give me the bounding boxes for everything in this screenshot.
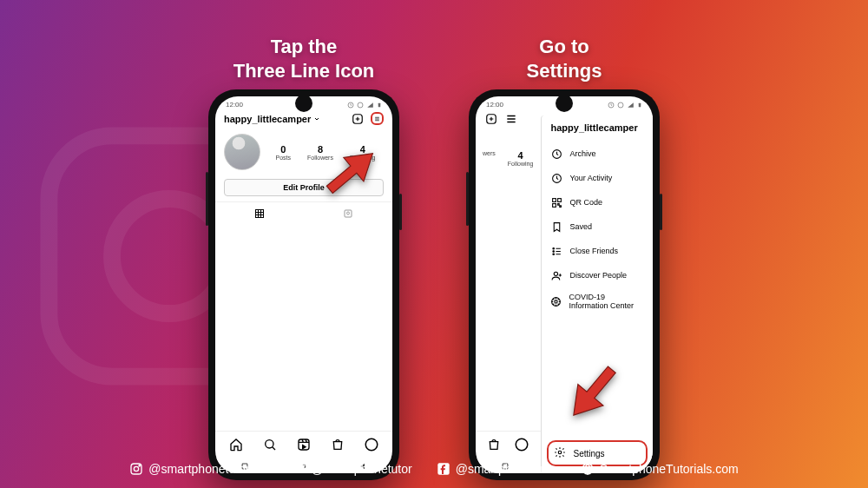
caption-left: Tap theThree Line Icon <box>233 35 375 82</box>
home-tab[interactable] <box>228 437 244 452</box>
menu-saved[interactable]: Saved <box>542 214 653 239</box>
phone-mockup-left: 12:00 happy_littlecamper <box>208 89 399 480</box>
list-icon <box>550 245 562 257</box>
username-dropdown[interactable]: happy_littlecamper <box>224 114 320 124</box>
profile-tab[interactable] <box>514 437 529 452</box>
create-post-button[interactable] <box>351 112 364 125</box>
status-icons <box>608 102 642 109</box>
svg-point-35 <box>135 466 139 471</box>
menu-qr-code[interactable]: QR Code <box>542 190 653 214</box>
svg-rect-5 <box>378 102 381 107</box>
qr-icon <box>550 196 562 208</box>
activity-icon <box>550 172 562 184</box>
tutorial-arrow-left <box>306 135 389 214</box>
phone-mockup-right: 12:00 wers 4Following <box>469 89 660 480</box>
menu-archive[interactable]: Archive <box>542 142 653 166</box>
twitter-icon <box>293 462 306 476</box>
footer-twitter[interactable]: @smartphonetutor <box>293 462 412 476</box>
archive-icon <box>550 148 562 160</box>
footer-facebook[interactable]: @smartphonetutor <box>437 462 556 476</box>
menu-discover-people[interactable]: Discover People <box>542 263 653 287</box>
status-icons <box>347 102 382 109</box>
svg-point-19 <box>516 439 528 451</box>
menu-close-friends[interactable]: Close Friends <box>542 239 653 263</box>
gear-icon <box>554 446 566 460</box>
grid-tab[interactable] <box>215 202 304 227</box>
svg-point-10 <box>265 440 273 448</box>
status-time: 12:00 <box>486 101 503 109</box>
info-icon <box>550 296 562 308</box>
chevron-down-icon <box>313 115 320 122</box>
menu-covid-info[interactable]: COVID-19 Information Center <box>542 287 653 317</box>
instagram-icon <box>129 462 143 476</box>
search-tab[interactable] <box>262 437 278 452</box>
svg-point-27 <box>553 247 555 249</box>
svg-rect-24 <box>553 198 556 201</box>
svg-point-28 <box>553 250 555 252</box>
svg-point-33 <box>559 451 562 454</box>
status-time: 12:00 <box>226 101 243 109</box>
svg-point-16 <box>618 102 623 108</box>
footer-instagram[interactable]: @smartphonetutorials <box>129 462 267 476</box>
svg-point-36 <box>139 465 140 466</box>
svg-rect-26 <box>553 203 556 207</box>
hamburger-menu-button[interactable] <box>371 112 384 125</box>
caption-right: Go toSettings <box>527 35 602 82</box>
drawer-username: happy_littlecamper <box>542 115 653 142</box>
svg-point-30 <box>554 272 557 275</box>
shop-tab[interactable] <box>486 437 502 452</box>
stat-followers-partial: wers <box>483 150 496 167</box>
footer-website[interactable]: SmartphoneTutorials.com <box>581 462 739 476</box>
globe-icon <box>581 462 595 476</box>
footer-socials: @smartphonetutorials @smartphonetutor @s… <box>0 462 868 476</box>
bottom-nav <box>215 431 392 458</box>
svg-rect-25 <box>558 198 562 201</box>
saved-icon <box>550 221 562 233</box>
create-post-button[interactable] <box>484 112 497 125</box>
profile-tab[interactable] <box>364 437 379 452</box>
svg-rect-17 <box>639 102 641 107</box>
svg-point-29 <box>553 253 555 254</box>
stat-posts[interactable]: 0Posts <box>275 144 291 161</box>
svg-point-12 <box>366 439 378 451</box>
profile-avatar[interactable] <box>224 134 260 170</box>
reels-tab[interactable] <box>296 437 312 452</box>
shop-tab[interactable] <box>330 437 345 452</box>
hamburger-menu-button[interactable] <box>504 112 517 125</box>
svg-rect-7 <box>256 210 264 218</box>
menu-your-activity[interactable]: Your Activity <box>542 166 653 190</box>
person-add-icon <box>550 269 562 281</box>
facebook-icon <box>437 462 450 476</box>
tutorial-arrow-right <box>555 347 637 430</box>
svg-point-32 <box>555 300 557 303</box>
svg-point-4 <box>358 102 363 108</box>
stat-following[interactable]: 4Following <box>508 150 534 167</box>
